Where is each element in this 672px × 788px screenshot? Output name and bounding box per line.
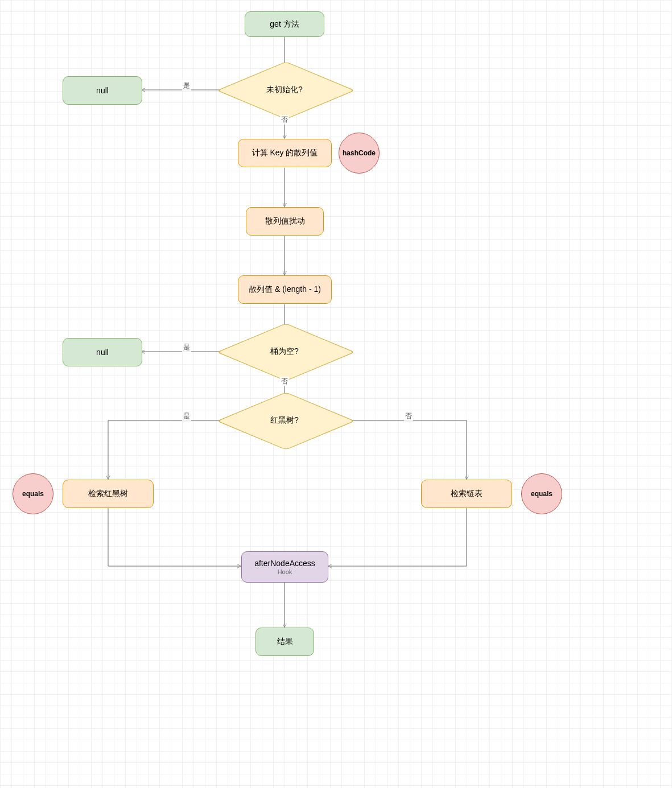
- node-hashcode-label: hashCode: [343, 149, 376, 157]
- node-compute-hash-label: 计算 Key 的散列值: [252, 148, 318, 158]
- node-after-access-label: afterNodeAccess: [254, 559, 315, 568]
- node-start-label: get 方法: [270, 19, 299, 30]
- node-hashcode: hashCode: [339, 133, 380, 174]
- node-rbtree-label: 红黑树?: [270, 415, 299, 426]
- node-search-rbtree-label: 检索红黑树: [88, 489, 128, 499]
- edge-label-no-2: 否: [280, 377, 289, 386]
- node-equals-2-label: equals: [531, 490, 553, 498]
- node-bucket-empty: 桶为空?: [265, 332, 304, 372]
- node-null-2-label: null: [96, 348, 109, 357]
- node-null-2: null: [63, 338, 142, 366]
- node-index-calc-label: 散列值 & (length - 1): [249, 284, 321, 295]
- node-null-1: null: [63, 76, 142, 105]
- edge-label-yes-3: 是: [182, 411, 191, 421]
- edge-label-yes-1: 是: [182, 81, 191, 90]
- node-null-1-label: null: [96, 86, 109, 95]
- edge-label-yes-2: 是: [182, 343, 191, 352]
- node-not-initialized: 未初始化?: [265, 70, 304, 110]
- node-index-calc: 散列值 & (length - 1): [238, 275, 332, 304]
- node-perturb-label: 散列值扰动: [265, 216, 305, 226]
- edges-layer: [0, 0, 672, 788]
- node-bucket-empty-label: 桶为空?: [270, 346, 299, 357]
- node-result: 结果: [255, 628, 314, 656]
- node-compute-hash: 计算 Key 的散列值: [238, 139, 332, 167]
- node-equals-1-label: equals: [22, 490, 44, 498]
- node-equals-1: equals: [13, 473, 53, 514]
- node-not-initialized-label: 未初始化?: [266, 85, 303, 95]
- node-search-list: 检索链表: [421, 480, 512, 508]
- flowchart-canvas: get 方法 未初始化? 是 否 null 计算 Key 的散列值 hashCo…: [0, 0, 672, 788]
- node-equals-2: equals: [521, 473, 562, 514]
- edge-label-no-1: 否: [280, 115, 289, 125]
- node-start: get 方法: [245, 11, 324, 37]
- node-perturb: 散列值扰动: [246, 207, 324, 236]
- edge-label-no-3: 否: [404, 411, 413, 421]
- node-search-list-label: 检索链表: [451, 489, 483, 499]
- node-search-rbtree: 检索红黑树: [63, 480, 154, 508]
- node-after-access-sub: Hook: [278, 568, 292, 575]
- node-result-label: 结果: [277, 637, 293, 647]
- node-after-access: afterNodeAccess Hook: [241, 551, 328, 583]
- node-rbtree: 红黑树?: [265, 401, 304, 440]
